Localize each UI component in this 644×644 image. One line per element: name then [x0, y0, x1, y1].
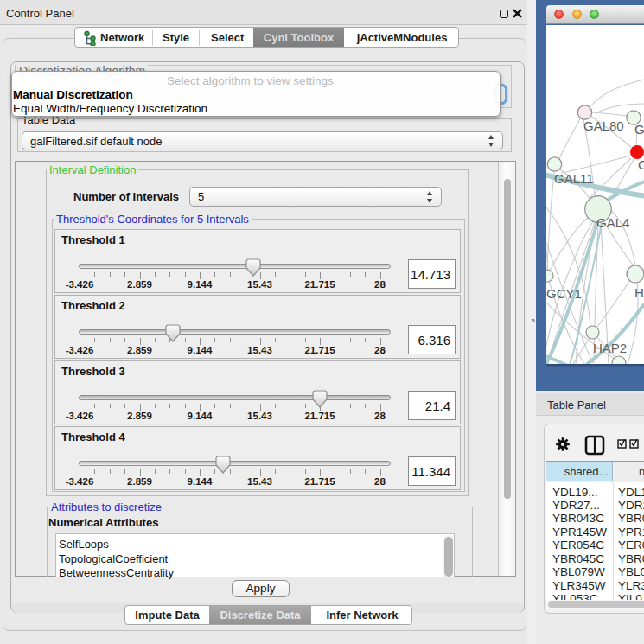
- svg-text:GAL4: GAL4: [596, 215, 629, 230]
- svg-text:HAP2: HAP2: [593, 341, 627, 355]
- svg-text:GAL80: GAL80: [583, 118, 624, 133]
- svg-text:H: H: [634, 285, 644, 300]
- svg-text:GAL11: GAL11: [554, 171, 594, 186]
- svg-text:C: C: [638, 157, 644, 172]
- svg-text:GCY1: GCY1: [546, 286, 582, 301]
- svg-text:GA: GA: [634, 122, 644, 137]
